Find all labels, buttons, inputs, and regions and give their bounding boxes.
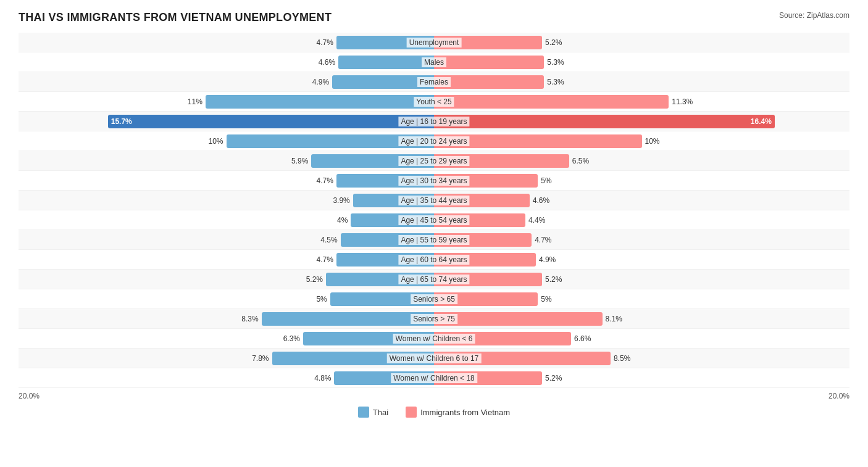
left-value: 3.9% — [329, 196, 350, 205]
bar-row: 4.5%4.7%Age | 55 to 59 years — [19, 230, 849, 250]
left-section: 5.2% — [19, 273, 434, 286]
right-value: 8.1% — [606, 315, 627, 323]
bar-label: Age | 45 to 54 years — [398, 215, 469, 225]
left-section: 4.7% — [19, 36, 434, 49]
bar-row-inner: 4.5%4.7%Age | 55 to 59 years — [19, 233, 849, 247]
legend-vietnam-color — [406, 407, 417, 418]
right-section: 5% — [434, 174, 849, 188]
left-value: 5.2% — [302, 275, 323, 284]
right-section: 10% — [434, 134, 849, 148]
bar-left — [262, 312, 434, 326]
bar-label: Age | 35 to 44 years — [398, 196, 469, 205]
axis-left: 20.0% — [19, 392, 434, 400]
left-value: 4% — [327, 216, 348, 225]
right-section: 4.6% — [434, 194, 849, 207]
right-section: 5.2% — [434, 36, 849, 49]
left-section: 5.9% — [19, 154, 434, 168]
bar-row-inner: 5%5%Seniors > 65 — [19, 292, 849, 306]
legend-thai: Thai — [358, 407, 388, 418]
right-section: 5% — [434, 292, 849, 306]
left-value: 5% — [306, 295, 327, 304]
legend-row: Thai Immigrants from Vietnam — [19, 407, 849, 418]
left-value: 4.7% — [312, 255, 333, 264]
left-value: 4.7% — [312, 38, 333, 47]
right-value: 5.2% — [545, 374, 566, 382]
right-value: 5.3% — [547, 78, 568, 86]
bar-label: Females — [417, 77, 451, 87]
left-section: 5% — [19, 292, 434, 306]
bar-row: 4.7%4.9%Age | 60 to 64 years — [19, 250, 849, 270]
right-section: 6.6% — [434, 332, 849, 345]
bar-row-inner: 4.8%5.2%Women w/ Children < 18 — [19, 371, 849, 385]
bar-right: 16.4% — [434, 115, 775, 128]
legend-vietnam: Immigrants from Vietnam — [406, 407, 510, 418]
bar-label: Age | 20 to 24 years — [398, 136, 469, 146]
bar-row: 4%4.4%Age | 45 to 54 years — [19, 210, 849, 230]
left-section: 4.9% — [19, 75, 434, 89]
right-section: 4.4% — [434, 213, 849, 227]
bar-label: Males — [422, 57, 446, 67]
bar-row: 4.9%5.3%Females — [19, 72, 849, 92]
right-section: 8.1% — [434, 312, 849, 326]
bar-row-inner: 4.9%5.3%Females — [19, 75, 849, 89]
right-value: 5% — [541, 176, 562, 185]
bar-row: 4.7%5%Age | 30 to 34 years — [19, 171, 849, 191]
bar-row-inner: 5.2%5.2%Age | 65 to 74 years — [19, 273, 849, 286]
left-value: 7.8% — [248, 354, 269, 363]
chart-container: THAI VS IMMIGRANTS FROM VIETNAM UNEMPLOY… — [0, 0, 868, 430]
legend-thai-label: Thai — [373, 408, 388, 417]
bar-row: 4.7%5.2%Unemployment — [19, 33, 849, 52]
right-section: 8.5% — [434, 352, 849, 365]
right-value: 4.7% — [535, 236, 556, 244]
left-value: 4.9% — [308, 78, 329, 86]
bar-row: 3.9%4.6%Age | 35 to 44 years — [19, 191, 849, 210]
bar-row-inner: 11%11.3%Youth < 25 — [19, 95, 849, 109]
bar-row: 5.9%6.5%Age | 25 to 29 years — [19, 151, 849, 171]
bar-right-value: 16.4% — [751, 117, 772, 126]
bar-row-inner: 4.6%5.3%Males — [19, 56, 849, 69]
bar-row: 8.3%8.1%Seniors > 75 — [19, 309, 849, 329]
bar-row-inner: 4.7%4.9%Age | 60 to 64 years — [19, 253, 849, 267]
bar-row-inner: 15.7%16.4%Age | 16 to 19 years — [19, 115, 849, 128]
left-value: 4.6% — [314, 58, 335, 67]
left-value: 6.3% — [279, 334, 300, 343]
left-section: 4% — [19, 213, 434, 227]
bar-row-inner: 4%4.4%Age | 45 to 54 years — [19, 213, 849, 227]
right-value: 6.5% — [572, 157, 593, 165]
bar-row: 4.8%5.2%Women w/ Children < 18 — [19, 368, 849, 388]
left-section: 11% — [19, 95, 434, 109]
right-section: 5.3% — [434, 56, 849, 69]
left-section: 4.6% — [19, 56, 434, 69]
right-value: 5.3% — [547, 58, 568, 67]
bar-row: 11%11.3%Youth < 25 — [19, 92, 849, 112]
bar-row: 15.7%16.4%Age | 16 to 19 years — [19, 112, 849, 131]
left-section: 15.7% — [19, 115, 434, 128]
bar-left: 15.7% — [108, 115, 434, 128]
bar-row: 7.8%8.5%Women w/ Children 6 to 17 — [19, 349, 849, 368]
bar-row-inner: 7.8%8.5%Women w/ Children 6 to 17 — [19, 352, 849, 365]
right-section: 5.3% — [434, 75, 849, 89]
bar-label: Women w/ Children < 18 — [391, 373, 477, 383]
bar-row: 4.6%5.3%Males — [19, 52, 849, 72]
right-value: 6.6% — [574, 334, 595, 343]
bar-row-inner: 8.3%8.1%Seniors > 75 — [19, 312, 849, 326]
bar-row: 10%10%Age | 20 to 24 years — [19, 131, 849, 151]
right-section: 5.2% — [434, 371, 849, 385]
chart-header: THAI VS IMMIGRANTS FROM VIETNAM UNEMPLOY… — [19, 11, 849, 24]
bar-row-inner: 10%10%Age | 20 to 24 years — [19, 134, 849, 148]
bar-right — [434, 95, 669, 109]
left-value: 5.9% — [287, 157, 308, 165]
bar-row-inner: 5.9%6.5%Age | 25 to 29 years — [19, 154, 849, 168]
chart-title: THAI VS IMMIGRANTS FROM VIETNAM UNEMPLOY… — [19, 11, 332, 24]
right-section: 5.2% — [434, 273, 849, 286]
left-section: 4.7% — [19, 253, 434, 267]
bar-label: Youth < 25 — [414, 97, 454, 107]
bar-row-inner: 3.9%4.6%Age | 35 to 44 years — [19, 194, 849, 207]
right-value: 5.2% — [545, 38, 566, 47]
left-section: 8.3% — [19, 312, 434, 326]
right-value: 8.5% — [614, 354, 635, 363]
left-section: 4.8% — [19, 371, 434, 385]
bar-row-inner: 4.7%5.2%Unemployment — [19, 36, 849, 49]
left-value: 4.7% — [312, 176, 333, 185]
bar-label: Seniors > 75 — [411, 314, 457, 324]
